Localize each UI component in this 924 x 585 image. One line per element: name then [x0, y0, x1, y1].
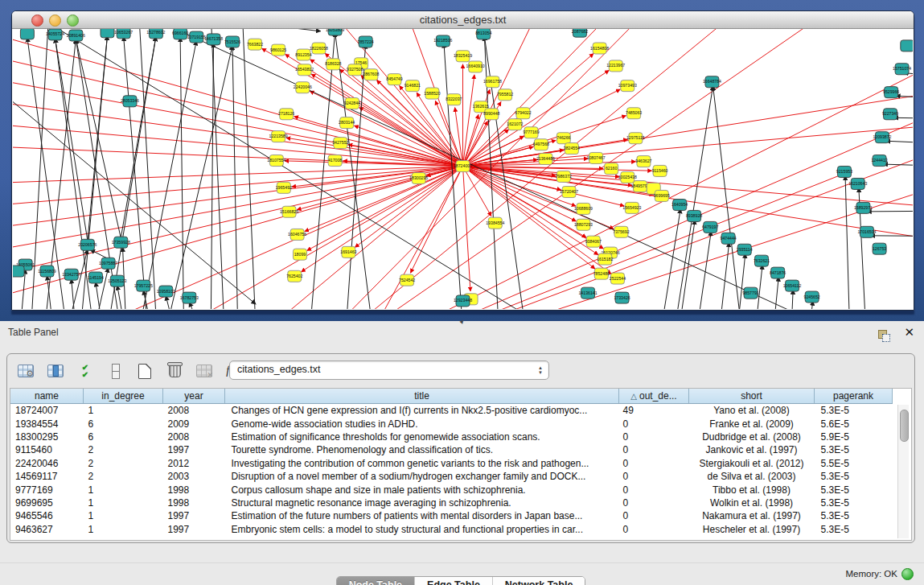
node-label: 1691463	[340, 249, 356, 254]
node-label: 1640954	[671, 202, 688, 207]
black-edge[interactable]	[124, 36, 148, 309]
node-label: 14136141	[578, 290, 597, 295]
table-cell: 5.6E-5	[815, 417, 893, 430]
float-panel-icon[interactable]	[878, 328, 891, 340]
network-view-window[interactable]: citations_edges.txt 76638229860125891235…	[11, 10, 914, 311]
table-selector-dropdown[interactable]: citations_edges.txt ▲▼	[229, 360, 549, 380]
black-edge[interactable]	[166, 46, 232, 309]
black-edge[interactable]	[696, 231, 711, 309]
node-label: 9857791	[742, 290, 758, 295]
memory-status-indicator[interactable]	[901, 568, 914, 580]
node-label: 6479197	[702, 225, 718, 229]
table-row[interactable]: 1830029562008Estimation of significance …	[10, 431, 893, 443]
red-edge[interactable]	[302, 167, 463, 272]
window-titlebar[interactable]: citations_edges.txt	[12, 11, 914, 29]
table-row[interactable]: 977716911998Corpus callosum shape and si…	[10, 483, 893, 496]
table-cell: Hescheler et al. (1997)	[689, 523, 815, 536]
node-label: 1733426	[614, 295, 630, 300]
black-edge[interactable]	[229, 29, 321, 31]
red-edge[interactable]	[13, 167, 463, 206]
black-edge[interactable]	[845, 175, 850, 309]
node-label: 1965492	[276, 185, 292, 190]
black-edge[interactable]	[885, 141, 913, 143]
black-edge[interactable]	[674, 86, 713, 309]
red-edge[interactable]	[463, 159, 589, 166]
table-disabled-icon[interactable]	[194, 360, 215, 381]
column-header-name[interactable]: name	[10, 389, 84, 404]
red-edge[interactable]	[256, 29, 823, 309]
black-edge[interactable]	[867, 211, 913, 212]
node-label: 14055724	[46, 31, 64, 36]
network-node[interactable]	[101, 29, 114, 38]
table-row[interactable]: 1872400712008Changes of HCN gene express…	[10, 404, 893, 418]
red-edge[interactable]	[13, 124, 463, 166]
black-edge[interactable]	[679, 220, 695, 309]
node-label: 8322037	[446, 97, 462, 101]
table-cell: de Silva et al. (2003)	[689, 470, 815, 483]
node-label: 7524542	[399, 278, 415, 282]
stacked-squares-icon[interactable]	[105, 360, 125, 381]
black-edge[interactable]	[719, 242, 729, 309]
node-label: 16961758	[483, 79, 502, 84]
red-edge[interactable]	[13, 167, 463, 276]
table-row[interactable]: 946362711997Embryonic stem cells: a mode…	[10, 523, 893, 536]
black-edge[interactable]	[242, 29, 256, 309]
black-edge[interactable]	[310, 32, 335, 309]
red-edge[interactable]	[463, 167, 491, 216]
node-label: 8471876	[770, 270, 786, 275]
network-node[interactable]	[20, 29, 34, 39]
table-scrollbar-thumb[interactable]	[900, 410, 909, 442]
table-row[interactable]: 946554611997Estimation of the future num…	[10, 509, 893, 522]
table-cell: 0	[619, 523, 689, 536]
node-table[interactable]: namein_degreeyeartitle△out_de...shortpag…	[10, 388, 912, 541]
network-node[interactable]	[13, 266, 24, 277]
node-label: 10958107	[157, 289, 175, 294]
black-edge[interactable]	[139, 29, 157, 309]
trash-icon[interactable]	[164, 360, 185, 381]
black-edge[interactable]	[232, 46, 238, 309]
column-header-pagerank[interactable]: pagerank	[815, 389, 893, 404]
column-header-short[interactable]: short	[689, 389, 815, 404]
black-edge[interactable]	[444, 43, 462, 309]
node-label: 9384067	[585, 239, 602, 244]
node-label: 18226058	[310, 46, 328, 51]
column-header-year[interactable]: year	[163, 389, 225, 404]
table-scrollbar[interactable]	[897, 405, 909, 538]
red-edge[interactable]	[13, 167, 463, 250]
black-edge[interactable]	[755, 265, 762, 309]
column-header-out_de[interactable]: △out_de...	[619, 389, 689, 404]
network-node[interactable]	[901, 40, 913, 51]
column-header-title[interactable]: title	[225, 389, 619, 404]
node-label: 14671358	[204, 36, 223, 41]
table-column-icon[interactable]	[45, 360, 66, 381]
table-panel-body: ✔ ✔f(x) citations_edges.txt ▲▼ namein_de…	[6, 353, 915, 543]
node-label: 15166825	[280, 209, 298, 214]
red-edge[interactable]	[463, 75, 474, 167]
table-row[interactable]: 1938455462009Genome-wide association stu…	[10, 417, 893, 430]
black-edge[interactable]	[88, 35, 108, 240]
select-checks-icon[interactable]: ✔ ✔	[75, 360, 96, 381]
table-cell: 1998	[163, 483, 225, 496]
table-row[interactable]: 969969511998Structural magnetic resonanc…	[10, 496, 893, 509]
black-edge[interactable]	[346, 44, 366, 309]
column-header-in_degree[interactable]: in_degree	[84, 389, 163, 404]
black-edge[interactable]	[139, 41, 197, 309]
table-row[interactable]: 1456911722003Disruption of a novel membe…	[10, 470, 893, 483]
table-cell: Yano et al. (2008)	[689, 404, 815, 418]
red-edge[interactable]	[463, 167, 595, 270]
black-edge[interactable]	[713, 86, 742, 309]
table-cell: 5.3E-5	[815, 483, 893, 496]
black-edge[interactable]	[791, 290, 793, 309]
table-cell: Dudbridge et al. (2008)	[689, 431, 815, 443]
new-document-icon[interactable]	[134, 360, 155, 381]
black-edge[interactable]	[870, 236, 913, 237]
red-edge[interactable]	[463, 167, 470, 291]
table-row[interactable]: 2242004622012Investigating the contribut…	[10, 457, 893, 470]
close-panel-icon[interactable]: ✕	[904, 325, 914, 340]
network-canvas[interactable]: 7663822986012589123541822605881863281754…	[13, 29, 913, 309]
node-label: 7986372	[556, 174, 572, 179]
black-edge[interactable]	[211, 29, 224, 309]
table-row[interactable]: 911546021997Tourette syndrome. Phenomeno…	[10, 443, 893, 456]
node-label: 7515526	[224, 39, 240, 44]
table-settings-icon[interactable]	[15, 360, 36, 381]
